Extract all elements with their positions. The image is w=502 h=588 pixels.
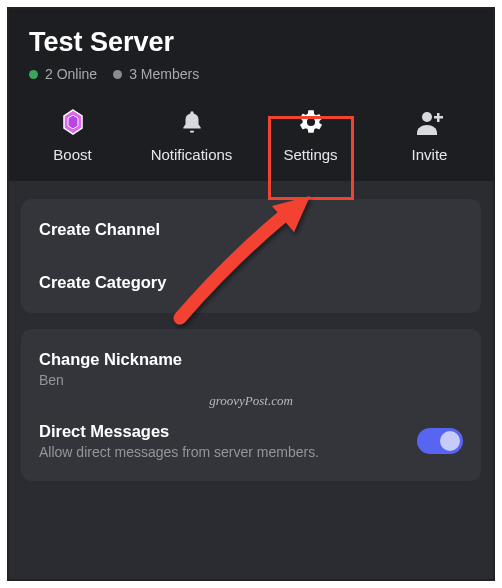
online-count: 2 Online [45,66,97,82]
gear-icon [297,108,325,136]
nickname-value: Ben [39,372,463,388]
profile-card: Change Nickname Ben Direct Messages Allo… [21,329,481,481]
toggle-knob-icon [440,431,460,451]
direct-messages-toggle[interactable] [417,428,463,454]
create-card: Create Channel Create Category [21,199,481,313]
invite-button[interactable]: Invite [370,108,489,163]
boost-label: Boost [53,146,91,163]
change-nickname-label: Change Nickname [39,350,463,369]
direct-messages-desc: Allow direct messages from server member… [39,444,319,460]
svg-point-3 [422,112,432,122]
create-category-item[interactable]: Create Category [21,256,481,309]
boost-button[interactable]: Boost [13,108,132,163]
svg-rect-5 [434,116,443,119]
members-count: 3 Members [129,66,199,82]
members-dot-icon [113,70,122,79]
bell-icon [179,108,205,136]
members-status: 3 Members [113,66,199,82]
online-status: 2 Online [29,66,97,82]
create-channel-item[interactable]: Create Channel [21,203,481,256]
invite-label: Invite [412,146,448,163]
settings-label: Settings [283,146,337,163]
direct-messages-label: Direct Messages [39,422,319,441]
server-status-row: 2 Online 3 Members [29,66,473,82]
boost-icon [61,108,85,136]
action-bar: Boost Notifications Settings [9,96,493,181]
settings-button[interactable]: Settings [251,108,370,163]
direct-messages-item[interactable]: Direct Messages Allow direct messages fr… [21,405,481,477]
change-nickname-item[interactable]: Change Nickname Ben [21,333,481,405]
server-options: Create Channel Create Category Change Ni… [9,181,493,481]
notifications-label: Notifications [151,146,233,163]
online-dot-icon [29,70,38,79]
create-category-label: Create Category [39,273,463,292]
server-title: Test Server [29,27,473,58]
create-channel-label: Create Channel [39,220,463,239]
server-header: Test Server 2 Online 3 Members [9,9,493,96]
invite-icon [415,108,445,136]
notifications-button[interactable]: Notifications [132,108,251,163]
